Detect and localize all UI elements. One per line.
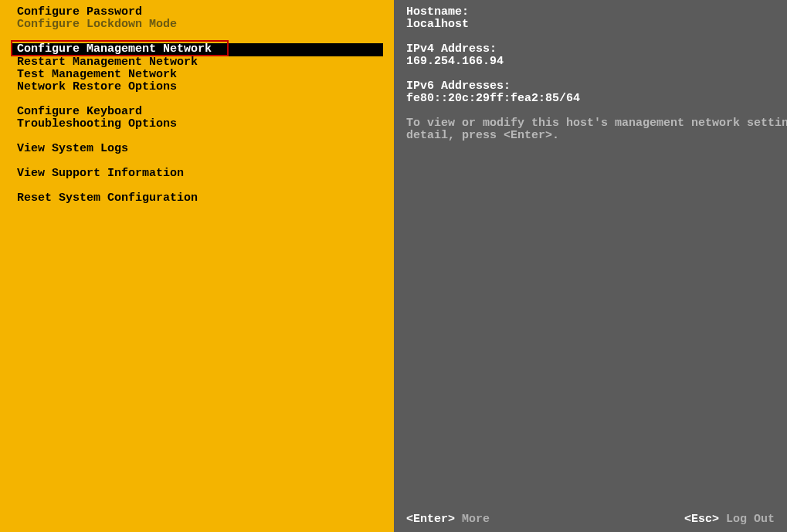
menu-item-view-support-information[interactable]: View Support Information: [0, 168, 394, 180]
help-text-line1: To view or modify this host's management…: [406, 117, 787, 130]
menu-item-network-restore-options[interactable]: Network Restore Options: [0, 81, 394, 93]
detail-pane: Hostname: localhost IPv4 Address: 169.25…: [394, 0, 787, 532]
hostname-label: Hostname:: [406, 6, 787, 19]
footer-esc-hint: <Esc> Log Out: [684, 513, 775, 526]
detail-spacer: [406, 105, 787, 117]
esc-key-hint: Log Out: [719, 513, 775, 526]
footer-bar: <Enter> More <Esc> Log Out: [394, 513, 787, 526]
menu-item-configure-password[interactable]: Configure Password: [0, 6, 394, 19]
ipv6-label: IPv6 Addresses:: [406, 80, 787, 93]
menu-spacer: [0, 180, 394, 192]
menu-spacer: [0, 155, 394, 168]
enter-key-hint: More: [455, 513, 490, 526]
menu-item-configure-management-network[interactable]: Configure Management Network: [11, 43, 383, 56]
menu-item-test-management-network[interactable]: Test Management Network: [0, 69, 394, 81]
help-text-line2: detail, press <Enter>.: [406, 130, 787, 142]
menu-item-restart-management-network[interactable]: Restart Management Network: [0, 56, 394, 69]
ipv4-value: 169.254.166.94: [406, 56, 787, 68]
menu-item-troubleshooting-options[interactable]: Troubleshooting Options: [0, 118, 394, 130]
menu-spacer: [0, 130, 394, 143]
menu-pane: Configure Password Configure Lockdown Mo…: [0, 0, 394, 532]
enter-key-label: <Enter>: [406, 513, 455, 526]
menu-spacer: [0, 31, 394, 43]
menu-item-view-system-logs[interactable]: View System Logs: [0, 143, 394, 155]
ipv4-label: IPv4 Address:: [406, 43, 787, 56]
menu-item-configure-keyboard[interactable]: Configure Keyboard: [0, 106, 394, 118]
dcui-screen: Configure Password Configure Lockdown Mo…: [0, 0, 787, 532]
menu-spacer: [0, 93, 394, 106]
detail-spacer: [406, 31, 787, 43]
esc-key-label: <Esc>: [684, 513, 719, 526]
menu-item-configure-lockdown-mode: Configure Lockdown Mode: [0, 19, 394, 31]
menu-item-reset-system-configuration[interactable]: Reset System Configuration: [0, 192, 394, 205]
hostname-value: localhost: [406, 19, 787, 31]
footer-enter-hint: <Enter> More: [406, 513, 490, 526]
ipv6-value: fe80::20c:29ff:fea2:85/64: [406, 93, 787, 105]
detail-spacer: [406, 68, 787, 80]
